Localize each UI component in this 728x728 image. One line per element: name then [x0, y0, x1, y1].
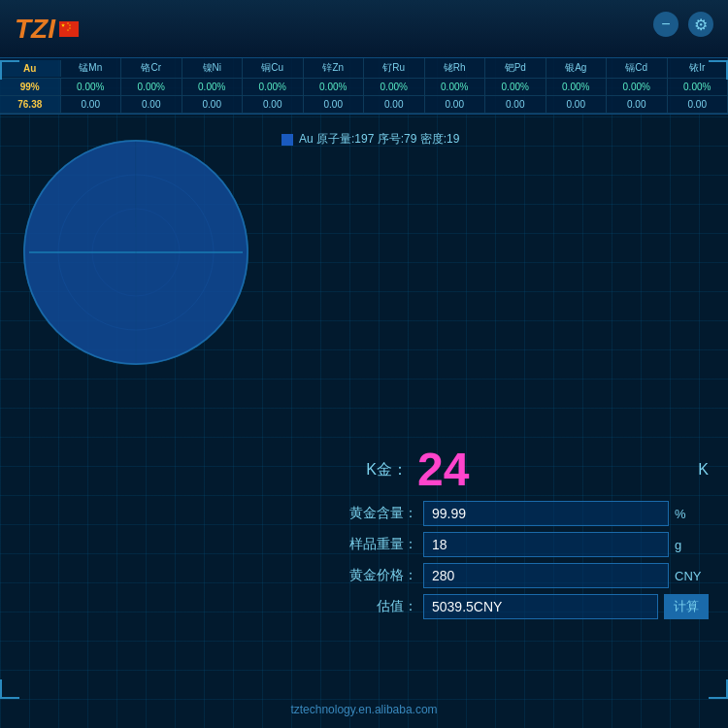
cell-cr-val: 0.00 [121, 96, 182, 113]
logo: TZI [15, 16, 79, 43]
table-header-row: Au 锰Mn 铬Cr 镍Ni 铜Cu 锌Zn 钌Ru 铑Rh 钯Pd 银Ag 镉… [0, 58, 728, 79]
gold-content-row: 黄金含量： % [340, 501, 709, 526]
top-right-controls: − ⚙ [653, 12, 713, 37]
radar-section [19, 126, 291, 417]
gold-content-input[interactable] [423, 501, 669, 526]
cell-ir-val: 0.00 [668, 96, 729, 113]
gold-content-unit: % [675, 507, 709, 521]
footer: tztechnology.en.alibaba.com [0, 703, 728, 716]
cell-cd-pct: 0.00% [607, 79, 668, 95]
col-ni-header: 镍Ni [182, 58, 244, 78]
settings-button[interactable]: ⚙ [688, 12, 713, 37]
cell-mn-val: 0.00 [61, 96, 122, 113]
col-rh-header: 铑Rh [425, 58, 486, 78]
sample-weight-row: 样品重量： g [340, 532, 709, 557]
gold-price-input[interactable] [423, 563, 669, 588]
cell-ir-pct: 0.00% [668, 79, 729, 95]
cell-cu-pct: 0.00% [243, 79, 304, 95]
cell-ag-pct: 0.00% [546, 79, 608, 95]
cell-cd-val: 0.00 [607, 96, 668, 113]
right-panel: K金： 24 K 黄金含量： % 样品重量： g 黄金价格： CNY 估值： 计… [340, 447, 709, 625]
cell-ni-pct: 0.00% [182, 79, 244, 95]
cell-rh-pct: 0.00% [425, 79, 486, 95]
cell-cu-val: 0.00 [243, 96, 304, 113]
gold-content-label: 黄金含量： [340, 505, 417, 522]
gold-price-row: 黄金价格： CNY [340, 563, 709, 588]
element-info: Au 原子量:197 序号:79 密度:19 [281, 131, 459, 148]
cell-ru-pct: 0.00% [364, 79, 425, 95]
cell-ru-val: 0.00 [364, 96, 425, 113]
sample-weight-label: 样品重量： [340, 536, 417, 553]
sample-weight-input[interactable] [423, 532, 669, 557]
corner-tl-decoration [0, 60, 19, 80]
minimize-button[interactable]: − [653, 12, 678, 37]
logo-flag-icon [59, 21, 79, 37]
col-mn-header: 锰Mn [61, 58, 122, 78]
radar-chart [19, 136, 252, 369]
cell-ag-val: 0.00 [546, 96, 608, 113]
cell-rh-val: 0.00 [425, 96, 486, 113]
gold-price-label: 黄金价格： [340, 567, 417, 584]
kgold-right-label: K [698, 461, 709, 479]
col-ag-header: 银Ag [546, 58, 608, 78]
element-table: Au 锰Mn 铬Cr 镍Ni 铜Cu 锌Zn 钌Ru 铑Rh 钯Pd 银Ag 镉… [0, 58, 728, 115]
website-text: tztechnology.en.alibaba.com [290, 703, 437, 716]
estimate-row: 估值： 计算 [340, 594, 709, 619]
estimate-label: 估值： [340, 598, 417, 615]
cell-zn-pct: 0.00% [304, 79, 365, 95]
sample-weight-unit: g [675, 538, 709, 552]
col-cu-header: 铜Cu [243, 58, 304, 78]
col-ru-header: 钌Ru [364, 58, 425, 78]
table-value-row: 76.38 0.00 0.00 0.00 0.00 0.00 0.00 0.00… [0, 96, 728, 114]
col-cr-header: 铬Cr [121, 58, 182, 78]
col-zn-header: 锌Zn [304, 58, 365, 78]
cell-zn-val: 0.00 [304, 96, 365, 113]
gold-price-unit: CNY [675, 569, 709, 583]
radar-svg [19, 136, 252, 369]
corner-bl-decoration [0, 679, 19, 699]
corner-tr-decoration [709, 60, 728, 80]
cell-cr-pct: 0.00% [121, 79, 182, 95]
element-info-text: Au 原子量:197 序号:79 密度:19 [299, 131, 459, 148]
cell-ni-val: 0.00 [182, 96, 244, 113]
calculate-button[interactable]: 计算 [664, 594, 709, 619]
kgold-label: K金： [340, 460, 408, 480]
cell-au-val: 76.38 [0, 96, 61, 113]
cell-pd-pct: 0.00% [485, 79, 546, 95]
cell-pd-val: 0.00 [485, 96, 546, 113]
settings-icon: ⚙ [694, 16, 708, 34]
col-cd-header: 镉Cd [607, 58, 668, 78]
kgold-value: 24 [417, 447, 469, 493]
col-pd-header: 钯Pd [485, 58, 546, 78]
svg-rect-0 [59, 21, 79, 37]
estimate-input[interactable] [423, 594, 658, 619]
logo-text: TZI [15, 16, 55, 43]
table-percent-row: 99% 0.00% 0.00% 0.00% 0.00% 0.00% 0.00% … [0, 79, 728, 96]
cell-au-pct: 99% [0, 79, 61, 95]
corner-br-decoration [709, 679, 728, 699]
kgold-row: K金： 24 K [340, 447, 709, 493]
top-bar: TZI − ⚙ [0, 0, 728, 58]
cell-mn-pct: 0.00% [61, 79, 122, 95]
